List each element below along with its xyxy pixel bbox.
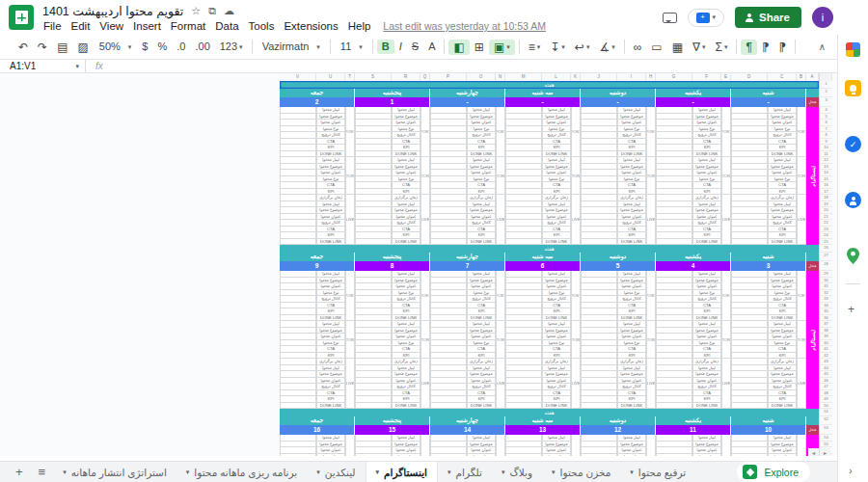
group-label-cell[interactable]: LIVE: [646, 195, 656, 245]
cell[interactable]: POSTSTORYLIVE: [797, 107, 806, 245]
group-label-cell[interactable]: POST: [646, 435, 656, 456]
cell[interactable]: [280, 107, 316, 245]
cell[interactable]: 21-----محل نشر3: [280, 97, 832, 107]
cell[interactable]: POSTSTORYLIVE: [345, 271, 355, 409]
group-label-cell[interactable]: POST: [797, 435, 806, 456]
font-size-select[interactable]: 11▾: [335, 40, 368, 54]
cell[interactable]: [430, 435, 467, 456]
group-label-cell[interactable]: LIVE: [345, 359, 355, 409]
day-header-cell[interactable]: جمعه: [280, 416, 355, 425]
comment-history-icon[interactable]: [663, 13, 677, 23]
week-header-cell[interactable]: هفته: [280, 409, 819, 416]
field-label-cell[interactable]: نوع محتوا: [692, 454, 721, 457]
redo-icon[interactable]: ↷: [33, 40, 52, 55]
group-label-cell[interactable]: LIVE: [420, 359, 430, 409]
group-label-cell[interactable]: STORY: [646, 157, 656, 195]
fill-color-icon[interactable]: ◧: [448, 40, 469, 55]
cell[interactable]: لیبل محتواموضوع محتواعنوان محتوانوع محتو…: [617, 271, 646, 409]
tab-menu-icon[interactable]: ▾: [502, 469, 505, 476]
print-icon[interactable]: ▤: [52, 40, 72, 55]
spreadsheet-grid[interactable]: هفته1جمعهپنجشنبهچهارشنبهسه شنبهدوشنبهیکش…: [280, 81, 832, 456]
cell[interactable]: لیبل محتواموضوع محتواعنوان محتوانوع محتو…: [280, 435, 832, 456]
group-label-cell[interactable]: POST: [646, 107, 656, 157]
filter-icon[interactable]: ∇▾: [688, 40, 711, 55]
date-cell[interactable]: 11: [656, 425, 731, 435]
group-label-cell[interactable]: LIVE: [571, 195, 581, 245]
cell[interactable]: POSTSTORYLIVE: [345, 107, 355, 245]
cell[interactable]: [505, 271, 542, 409]
group-label-cell[interactable]: POST: [496, 107, 505, 157]
cell[interactable]: لیبل محتواموضوع محتواعنوان محتوانوع محتو…: [768, 107, 797, 245]
cell[interactable]: [806, 416, 819, 425]
group-label-cell[interactable]: POST: [345, 107, 355, 157]
tab-menu-icon[interactable]: ▾: [316, 469, 320, 476]
column-header-H[interactable]: H: [646, 73, 656, 81]
column-header-G[interactable]: G: [656, 73, 692, 81]
column-header-Q[interactable]: Q: [420, 73, 430, 81]
cell[interactable]: 2930313233343536373839404142434445464748…: [819, 271, 832, 409]
horizontal-align-icon[interactable]: ≡▾: [524, 40, 546, 55]
date-cell[interactable]: 16: [280, 425, 355, 435]
group-label-cell[interactable]: LIVE: [496, 195, 505, 245]
cell[interactable]: [656, 107, 692, 245]
sheet-tab[interactable]: ▾برنامه ریزی ماهانه محتوا: [176, 462, 307, 482]
group-label-cell[interactable]: LIVE: [345, 195, 355, 245]
cell[interactable]: [355, 454, 392, 457]
column-header-N[interactable]: N: [496, 73, 505, 81]
group-label-cell[interactable]: STORY: [721, 321, 731, 359]
day-header-cell[interactable]: یکشنبه: [656, 89, 731, 97]
cell[interactable]: [280, 454, 316, 457]
date-cell[interactable]: 14: [430, 425, 505, 435]
day-header-cell[interactable]: یکشنبه: [656, 416, 731, 425]
cell[interactable]: POSTSTORYLIVE: [420, 435, 430, 456]
cell[interactable]: لیبل محتواموضوع محتواعنوان محتوانوع محتو…: [280, 271, 832, 409]
cell[interactable]: لیبل محتواموضوع محتواعنوان محتوانوع محتو…: [542, 107, 571, 245]
group-label-cell[interactable]: POST: [721, 107, 731, 157]
cell[interactable]: لیبل محتواموضوع محتواعنوان محتوانوع محتو…: [617, 107, 646, 245]
group-label-cell[interactable]: POST: [496, 271, 505, 321]
date-cell[interactable]: -: [731, 97, 806, 107]
cell[interactable]: 3: [819, 97, 832, 107]
zoom-select[interactable]: 50%▾: [94, 40, 138, 54]
cell[interactable]: لیبل محتواموضوع محتواعنوان محتوانوع محتو…: [692, 271, 721, 409]
number-format-select[interactable]: 123▾: [215, 40, 248, 54]
date-cell[interactable]: 10: [731, 425, 806, 435]
cell[interactable]: هفته51: [280, 409, 832, 416]
group-label-cell[interactable]: POST: [721, 271, 731, 321]
sheet-tab[interactable]: ▾وبلاگ: [492, 462, 542, 482]
cell[interactable]: POSTSTORYLIVE: [420, 271, 430, 409]
group-label-cell[interactable]: POST: [721, 435, 731, 456]
cell[interactable]: لیبل محتواموضوع محتواعنوان محتوانوع محتو…: [467, 271, 496, 409]
menu-insert[interactable]: Insert: [128, 19, 166, 33]
tab-menu-icon[interactable]: ▾: [63, 469, 67, 476]
paragraph-ltr-icon[interactable]: ⁋: [757, 40, 774, 55]
column-header-M[interactable]: M: [505, 73, 542, 81]
column-header-J[interactable]: J: [581, 73, 617, 81]
cell[interactable]: لیبل محتواموضوع محتواعنوان محتوانوع محتو…: [392, 107, 420, 245]
cell[interactable]: لیبل محتواموضوع محتواعنوان محتوانوع محتو…: [280, 107, 832, 245]
group-label-cell[interactable]: STORY: [797, 157, 806, 195]
cell[interactable]: [731, 271, 768, 409]
addon-icon[interactable]: [846, 42, 860, 57]
day-header-cell[interactable]: سه شنبه: [505, 253, 581, 261]
group-label-cell[interactable]: LIVE: [721, 359, 731, 409]
publish-header-cell[interactable]: محل نشر: [806, 97, 819, 107]
column-header-V[interactable]: V: [280, 73, 316, 81]
column-header-R[interactable]: R: [392, 73, 420, 81]
borders-icon[interactable]: ⊞: [470, 40, 489, 55]
scroll-left-icon[interactable]: ◂: [808, 448, 819, 456]
group-label-cell[interactable]: STORY: [646, 321, 656, 359]
cell[interactable]: [355, 435, 392, 456]
cell[interactable]: [355, 271, 392, 409]
date-cell[interactable]: 12: [581, 425, 656, 435]
tab-menu-icon[interactable]: ▾: [552, 469, 556, 476]
cell[interactable]: 28: [819, 261, 832, 271]
date-cell[interactable]: 6: [505, 261, 581, 271]
tab-menu-icon[interactable]: ▾: [448, 469, 451, 476]
day-header-cell[interactable]: پنجشنبه: [355, 416, 430, 425]
share-button[interactable]: Share: [735, 7, 801, 28]
paint-format-icon[interactable]: ▨: [72, 40, 93, 55]
cell[interactable]: POSTSTORYLIVE: [721, 271, 731, 409]
cell[interactable]: لیبل محتواموضوع محتواعنوان محتوانوع محتو…: [542, 271, 571, 409]
publish-header-cell[interactable]: محل نشر: [806, 425, 819, 435]
